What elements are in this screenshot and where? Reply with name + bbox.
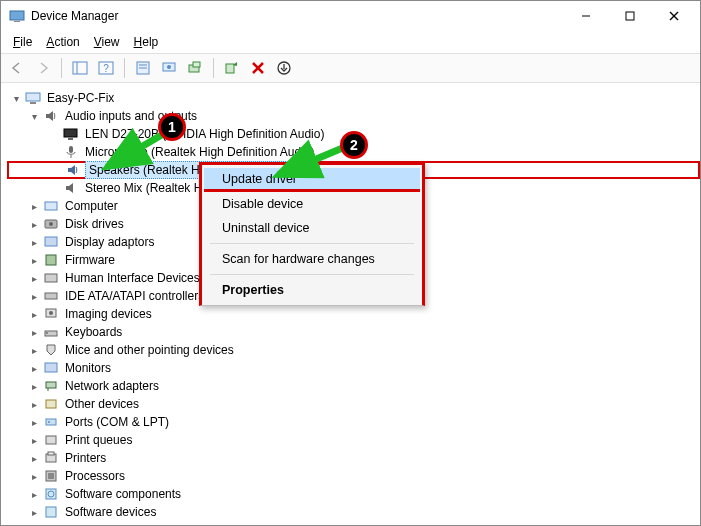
svg-rect-0 <box>10 11 24 20</box>
svg-rect-21 <box>64 129 77 137</box>
menu-action[interactable]: Action <box>40 33 85 51</box>
ctx-properties[interactable]: Properties <box>204 278 420 302</box>
chevron-right-icon[interactable]: ▸ <box>27 199 41 213</box>
properties-button[interactable] <box>131 56 155 80</box>
tree-category[interactable]: ▸Software devices <box>7 503 700 521</box>
tree-root-label: Easy-PC-Fix <box>45 91 116 105</box>
tree-category-label: Imaging devices <box>63 307 154 321</box>
tree-category[interactable]: ▸Print queues <box>7 431 700 449</box>
uninstall-button[interactable] <box>246 56 270 80</box>
chevron-right-icon[interactable]: ▸ <box>27 217 41 231</box>
tree-category-label: Firmware <box>63 253 117 267</box>
help-button[interactable]: ? <box>94 56 118 80</box>
enable-device-button[interactable] <box>220 56 244 80</box>
chevron-right-icon[interactable]: ▸ <box>27 523 41 525</box>
tree-category-label: Ports (COM & LPT) <box>63 415 171 429</box>
close-button[interactable] <box>652 2 696 30</box>
tree-category-label: Other devices <box>63 397 141 411</box>
ctx-disable-device[interactable]: Disable device <box>204 192 420 216</box>
minimize-button[interactable] <box>564 2 608 30</box>
device-category-icon <box>43 468 59 484</box>
update-driver-button[interactable] <box>157 56 181 80</box>
device-category-icon <box>43 396 59 412</box>
tree-category[interactable]: ▸Ports (COM & LPT) <box>7 413 700 431</box>
tree-category-label: Network adapters <box>63 379 161 393</box>
ctx-uninstall-device[interactable]: Uninstall device <box>204 216 420 240</box>
device-category-icon <box>43 234 59 250</box>
chevron-right-icon[interactable]: ▸ <box>27 397 41 411</box>
device-category-icon <box>43 378 59 394</box>
svg-rect-35 <box>45 363 57 372</box>
maximize-button[interactable] <box>608 2 652 30</box>
computer-icon <box>25 90 41 106</box>
disable-button[interactable] <box>272 56 296 80</box>
device-category-icon <box>43 252 59 268</box>
chevron-right-icon[interactable]: ▸ <box>27 325 41 339</box>
tree-category[interactable]: ▸Sound, video and game controllers <box>7 521 700 525</box>
svg-rect-41 <box>46 436 56 444</box>
tree-category[interactable]: ▸Imaging devices <box>7 305 700 323</box>
tree-category-label: Monitors <box>63 361 113 375</box>
back-button[interactable] <box>5 56 29 80</box>
tree-category[interactable]: ▸Mice and other pointing devices <box>7 341 700 359</box>
chevron-right-icon[interactable]: ▸ <box>27 469 41 483</box>
menu-view[interactable]: View <box>88 33 126 51</box>
tree-category[interactable]: ▸Printers <box>7 449 700 467</box>
device-category-icon <box>43 324 59 340</box>
tree-category[interactable]: ▸Software components <box>7 485 700 503</box>
svg-rect-1 <box>14 21 20 22</box>
device-category-icon <box>43 522 59 525</box>
ctx-scan-hardware[interactable]: Scan for hardware changes <box>204 247 420 271</box>
tree-category[interactable]: ▸Keyboards <box>7 323 700 341</box>
titlebar: Device Manager <box>1 1 700 31</box>
scan-hardware-button[interactable] <box>183 56 207 80</box>
tree-category-label: Disk drives <box>63 217 126 231</box>
chevron-right-icon[interactable]: ▸ <box>27 289 41 303</box>
ctx-item-label: Disable device <box>222 197 303 211</box>
device-category-icon <box>43 486 59 502</box>
tree-category[interactable]: ▸Monitors <box>7 359 700 377</box>
toolbar-sep <box>61 58 62 78</box>
svg-rect-45 <box>48 473 54 479</box>
show-hide-tree-button[interactable] <box>68 56 92 80</box>
svg-rect-6 <box>73 62 87 74</box>
tree-category[interactable]: ▸Network adapters <box>7 377 700 395</box>
device-category-icon <box>43 450 59 466</box>
svg-rect-16 <box>193 62 200 67</box>
chevron-right-icon[interactable]: ▸ <box>27 505 41 519</box>
tree-category-label: Print queues <box>63 433 134 447</box>
chevron-right-icon[interactable]: ▸ <box>27 433 41 447</box>
chevron-right-icon[interactable]: ▸ <box>27 343 41 357</box>
tree-root[interactable]: ▾ Easy-PC-Fix <box>7 89 700 107</box>
device-category-icon <box>43 270 59 286</box>
chevron-right-icon[interactable]: ▸ <box>27 271 41 285</box>
chevron-right-icon[interactable]: ▸ <box>27 415 41 429</box>
chevron-right-icon[interactable]: ▸ <box>27 307 41 321</box>
annotation-badge-1: 1 <box>158 113 186 141</box>
tree-category-audio[interactable]: ▾ Audio inputs and outputs <box>7 107 700 125</box>
chevron-down-icon[interactable]: ▾ <box>27 109 41 123</box>
chevron-down-icon[interactable]: ▾ <box>9 91 23 105</box>
ctx-separator <box>210 274 414 275</box>
svg-rect-29 <box>45 274 57 282</box>
chevron-right-icon[interactable]: ▸ <box>27 379 41 393</box>
forward-button[interactable] <box>31 56 55 80</box>
chevron-right-icon[interactable]: ▸ <box>27 235 41 249</box>
window-title: Device Manager <box>31 9 564 23</box>
chevron-right-icon[interactable]: ▸ <box>27 487 41 501</box>
tree-category[interactable]: ▸Other devices <box>7 395 700 413</box>
window-controls <box>564 2 696 30</box>
svg-rect-39 <box>46 419 56 425</box>
tree-category[interactable]: ▸Processors <box>7 467 700 485</box>
menu-help[interactable]: Help <box>128 33 165 51</box>
device-category-icon <box>43 198 59 214</box>
microphone-icon <box>63 144 79 160</box>
device-category-icon <box>43 504 59 520</box>
tree-category-label: Mice and other pointing devices <box>63 343 236 357</box>
chevron-right-icon[interactable]: ▸ <box>27 253 41 267</box>
svg-rect-48 <box>46 507 56 517</box>
svg-rect-20 <box>30 102 36 104</box>
menu-file[interactable]: File <box>7 33 38 51</box>
chevron-right-icon[interactable]: ▸ <box>27 451 41 465</box>
chevron-right-icon[interactable]: ▸ <box>27 361 41 375</box>
